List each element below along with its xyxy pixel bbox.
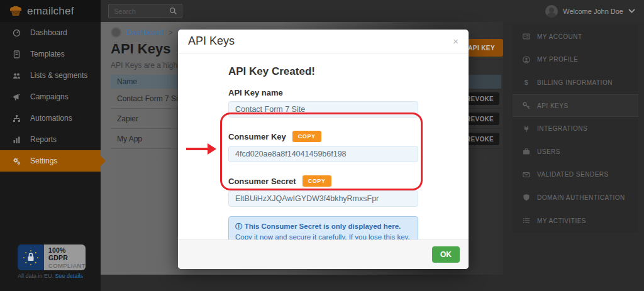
emailchef-logo-icon <box>9 6 23 17</box>
page-title: API Keys <box>111 41 170 57</box>
drawer-item-label: VALIDATED SENDERS <box>537 171 609 178</box>
user-menu[interactable]: Welcome John Doe <box>545 0 635 22</box>
copy-consumer-key-button[interactable]: COPY <box>292 131 321 142</box>
sidebar-item-automations[interactable]: Automations <box>0 107 101 129</box>
drawer-item-integrations[interactable]: INTEGRATIONS <box>513 117 638 140</box>
sidebar-item-campaigns[interactable]: Campaigns <box>0 86 101 107</box>
lists-segments-icon <box>13 72 21 80</box>
sidebar-item-label: Reports <box>30 135 57 144</box>
templates-icon <box>13 50 21 58</box>
gdpr-note: All data in EU. See details <box>18 273 83 279</box>
consumer-key-label: Consumer Key COPY <box>228 131 418 142</box>
sidebar: Dashboard Templates Lists & segments <box>0 22 101 291</box>
breadcrumb-dashboard-link[interactable]: Dashboard <box>126 28 164 37</box>
drawer-item-my-activities[interactable]: MY ACTIVITIES <box>513 209 638 233</box>
gdpr-eu-lock-icon <box>18 244 44 270</box>
key-icon <box>523 102 530 109</box>
api-key-name: My App <box>117 135 142 143</box>
drawer-item-label: DOMAIN AUTHENTICATION <box>537 194 625 201</box>
info-icon: ⓘ <box>235 222 243 230</box>
consumer-secret-input[interactable] <box>228 190 418 207</box>
sidebar-item-label: Settings <box>30 156 57 165</box>
drawer-item-label: MY ACCOUNT <box>537 33 582 40</box>
api-key-name: Zapier <box>117 114 138 123</box>
breadcrumb-separator: > <box>169 28 173 37</box>
api-key-created-heading: API Key Created! <box>228 65 418 78</box>
welcome-text: Welcome John Doe <box>563 8 623 15</box>
drawer-item-billing-information[interactable]: $ BILLING INFORMATION <box>513 71 638 94</box>
drawer-item-validated-senders[interactable]: VALIDATED SENDERS <box>513 163 638 187</box>
sidebar-item-label: Lists & segments <box>30 71 87 80</box>
settings-icon <box>13 157 21 165</box>
chevron-down-icon <box>628 9 635 13</box>
gdpr-title: 100% GDPR <box>48 246 86 261</box>
info-bold-text: This Consumer Secret is only displayed h… <box>245 222 401 230</box>
ok-button[interactable]: OK <box>432 246 460 263</box>
api-key-name: Contact Form 7 Site <box>117 94 184 103</box>
shield-icon <box>523 194 530 201</box>
breadcrumb: Dashboard > Se <box>111 27 187 38</box>
user-circle-icon <box>523 56 530 63</box>
api-key-name-label: API Key name <box>228 88 418 97</box>
drawer-item-label: MY ACTIVITIES <box>537 217 586 224</box>
plug-icon <box>523 125 530 133</box>
drawer-item-my-profile[interactable]: MY PROFILE <box>513 48 638 72</box>
sidebar-item-templates[interactable]: Templates <box>0 43 101 65</box>
envelope-check-icon <box>523 171 530 178</box>
drawer-item-domain-authentication[interactable]: DOMAIN AUTHENTICATION <box>513 186 638 209</box>
users-icon <box>523 148 530 155</box>
modal-body: API Key Created! API Key name Consumer K… <box>228 65 418 269</box>
avatar <box>545 5 558 18</box>
consumer-key-input[interactable] <box>228 146 418 162</box>
drawer-item-label: MY PROFILE <box>537 56 578 63</box>
search-icon[interactable] <box>169 7 177 15</box>
id-card-icon <box>523 33 530 40</box>
drawer-item-label: INTEGRATIONS <box>537 125 587 132</box>
sidebar-item-label: Automations <box>30 114 72 123</box>
sidebar-item-label: Templates <box>30 50 65 58</box>
activity-list-icon <box>523 217 530 224</box>
sidebar-item-dashboard[interactable]: Dashboard <box>0 22 101 43</box>
sidebar-item-settings[interactable]: Settings <box>0 150 101 172</box>
drawer-item-users[interactable]: USERS <box>513 140 638 163</box>
modal-header: API Keys × <box>178 30 469 53</box>
logo-text: emailchef <box>27 5 74 18</box>
sidebar-item-reports[interactable]: Reports <box>0 129 101 150</box>
logo[interactable]: emailchef <box>0 0 101 22</box>
sidebar-item-label: Campaigns <box>30 92 69 101</box>
settings-drawer: MY ACCOUNT MY PROFILE $ BILLING INFORMAT… <box>513 25 638 233</box>
drawer-item-label: USERS <box>537 148 560 155</box>
search-box <box>108 4 182 18</box>
drawer-item-label: API KEYS <box>537 102 569 109</box>
api-keys-modal: API Keys × API Key Created! API Key name… <box>178 30 469 269</box>
gdpr-badge: 100% GDPR COMPLIANT <box>18 244 86 270</box>
dollar-icon: $ <box>523 79 530 86</box>
gdpr-subtitle: COMPLIANT <box>48 262 86 269</box>
dashboard-icon <box>13 29 21 37</box>
svg-text:$: $ <box>525 79 529 86</box>
automations-icon <box>13 114 21 123</box>
modal-title: API Keys <box>188 35 235 48</box>
consumer-secret-label: Consumer Secret COPY <box>228 175 418 187</box>
drawer-item-api-keys[interactable]: API KEYS <box>513 94 638 118</box>
gdpr-see-details-link[interactable]: See details <box>55 273 84 279</box>
close-icon[interactable]: × <box>453 36 458 46</box>
search-input[interactable] <box>109 8 169 15</box>
sidebar-item-lists-segments[interactable]: Lists & segments <box>0 65 101 86</box>
sidebar-item-label: Dashboard <box>30 28 67 37</box>
modal-footer: OK <box>178 239 469 269</box>
api-key-name-input[interactable] <box>228 101 418 118</box>
drawer-item-label: BILLING INFORMATION <box>537 79 613 86</box>
campaigns-icon <box>13 93 21 101</box>
copy-consumer-secret-button[interactable]: COPY <box>303 175 331 187</box>
app-window: emailchef Welcome John Doe Dashboard <box>0 0 644 291</box>
drawer-item-my-account[interactable]: MY ACCOUNT <box>513 25 638 48</box>
top-bar: emailchef Welcome John Doe <box>0 0 644 22</box>
breadcrumb-home-icon[interactable] <box>111 27 121 38</box>
reports-icon <box>13 136 21 144</box>
